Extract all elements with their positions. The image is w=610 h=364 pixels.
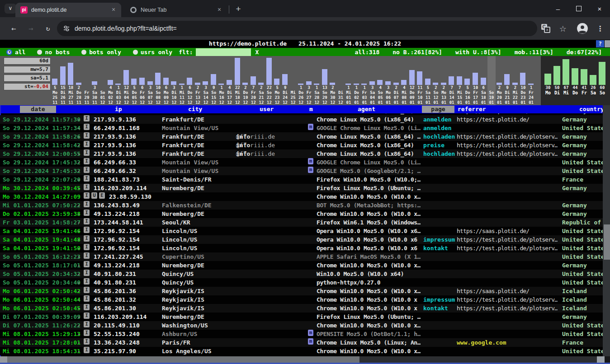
day-column[interactable]: 1Do0201 [353, 56, 361, 105]
icon-i-button[interactable]: I [84, 201, 90, 207]
cell-ip[interactable]: 40.91.80.231 [94, 270, 136, 278]
weekday-column[interactable]: 67Mi [562, 56, 571, 105]
day-column[interactable]: 6Sa1801 [480, 56, 488, 105]
day-column[interactable]: 7Fr2012 [250, 56, 258, 105]
expand-arrow-icon[interactable]: ▸ [78, 270, 80, 278]
clear-filter-button[interactable]: X [255, 49, 259, 56]
icon-i-button[interactable]: I [84, 149, 90, 156]
day-column[interactable]: 10Fr1701 [472, 56, 480, 105]
day-column[interactable]: Fr2911 [83, 56, 91, 105]
day-column[interactable]: 6Fr0612 [138, 56, 147, 105]
icon-i-button[interactable]: I [84, 132, 90, 139]
day-column[interactable]: 2Mo1301 [440, 56, 448, 105]
header-page[interactable]: page [422, 106, 454, 113]
day-column[interactable]: 3Sa1412 [202, 56, 210, 105]
icon-i-button[interactable]: I [84, 227, 90, 233]
profile-avatar[interactable] [577, 23, 588, 34]
day-column[interactable]: 12Mi0412 [123, 56, 131, 105]
expand-arrow-icon[interactable]: ▸ [78, 210, 80, 218]
horizontal-scrollbar-thumb[interactable] [7, 356, 359, 363]
day-column[interactable]: 2Sa2112 [257, 56, 265, 105]
chart-control-box[interactable]: sa=5,1 [4, 75, 51, 82]
icon-i-button[interactable]: I [84, 192, 90, 199]
chart-control-box[interactable]: st=-0,04 [4, 83, 51, 90]
cell-ip[interactable]: 49.13.224.218 [94, 210, 140, 218]
cell-referrer[interactable]: https://saas.plotit.de/ [457, 227, 529, 235]
cell-referrer[interactable]: https://test.plotit.de/plotserv… [457, 235, 558, 244]
cell-ip[interactable]: 172.96.92.154 [94, 244, 140, 252]
cell-page-link[interactable]: hochladen [423, 149, 455, 158]
day-column[interactable]: 4So0501 [376, 56, 384, 105]
cell-page-link[interactable]: preise [423, 141, 444, 149]
day-column[interactable]: 22So2212 [265, 56, 274, 105]
cell-ip[interactable]: 13.36.243.248 [94, 338, 140, 347]
cell-ip[interactable]: 66.249.81.168 [94, 124, 140, 132]
day-column[interactable]: 3Mo0601 [384, 56, 392, 105]
icon-u-button[interactable]: U [91, 192, 97, 199]
day-column[interactable]: 2Di0701 [392, 56, 401, 105]
cell-ip[interactable]: 136.243.83.49 [94, 201, 140, 210]
filter-option-usrs-only[interactable]: usrs only [133, 49, 172, 56]
day-column[interactable]: 3Fr2712 [305, 56, 313, 105]
vertical-scrollbar-thumb[interactable] [604, 224, 610, 260]
day-column[interactable]: 5Do0512 [130, 56, 138, 105]
tab-search-icon[interactable]: ∨ [5, 4, 16, 14]
icon-i-button[interactable]: I [84, 158, 90, 164]
close-tab-icon[interactable]: × [215, 6, 223, 14]
expand-arrow-icon[interactable]: ▸ [78, 304, 80, 313]
help-button[interactable]: ? [596, 40, 604, 47]
day-column[interactable]: 2Do2811 [75, 56, 83, 105]
icon-i-button[interactable]: I [84, 347, 90, 353]
cell-ip[interactable]: 116.203.209.114 [94, 184, 147, 192]
day-column[interactable]: 7Di1401 [448, 56, 456, 105]
weekday-column[interactable]: 26Sa [589, 56, 598, 105]
weekday-column[interactable]: 30Mo [544, 56, 553, 105]
day-column[interactable]: 7Mi1501 [456, 56, 464, 105]
day-column[interactable]: 5Mo2511 [51, 56, 59, 105]
chart-control-box[interactable]: mw=5,7 [4, 66, 51, 73]
day-column[interactable]: Di3112 [337, 56, 345, 105]
expand-arrow-icon[interactable]: ▸ [78, 313, 80, 321]
header-user[interactable]: user [260, 105, 274, 113]
cell-page-link[interactable]: kontakt [423, 304, 448, 313]
cell-ip[interactable]: 35.215.97.90 [94, 347, 136, 355]
expand-arrow-icon[interactable]: ▸ [78, 175, 80, 184]
day-column[interactable]: 22Mi1812 [234, 56, 242, 105]
day-column[interactable]: 1Di0312 [114, 56, 123, 105]
cell-page-link[interactable]: kontakt [423, 244, 448, 252]
scrollbar-top-button[interactable] [605, 40, 610, 47]
day-column[interactable]: 4Mi0801 [400, 56, 408, 105]
icon-i-button[interactable]: I [84, 124, 90, 130]
tab-active[interactable]: pi demo.plotit.de × [15, 3, 121, 17]
cell-referrer[interactable]: https://test.plotit.de/plotserv… [457, 244, 558, 252]
icon-i-button[interactable]: I [84, 115, 90, 121]
expand-arrow-icon[interactable]: ▸ [78, 330, 80, 338]
bookmark-star-icon[interactable]: ☆ [559, 24, 567, 33]
header-city[interactable]: city [188, 105, 202, 113]
expand-arrow-icon[interactable]: ▸ [78, 184, 80, 192]
header-m[interactable]: m [309, 105, 313, 113]
expand-arrow-icon[interactable]: ▸ [78, 287, 80, 295]
day-column[interactable]: 6Do1212 [186, 56, 194, 105]
icon-i-button[interactable]: I [84, 184, 90, 190]
day-column[interactable]: 10Do2301 [519, 56, 527, 105]
cell-referrer[interactable]: https://test.plotit.de/plotserv… [457, 132, 558, 141]
forward-button[interactable]: → [24, 23, 37, 34]
day-column[interactable]: 3Sa0401 [369, 56, 377, 105]
icon-i-button[interactable]: I [84, 235, 90, 242]
day-column[interactable]: 3Di1012 [170, 56, 178, 105]
day-column[interactable]: 9Di2412 [281, 56, 289, 105]
expand-arrow-icon[interactable]: ▸ [78, 252, 80, 261]
expand-arrow-icon[interactable]: ▸ [78, 227, 80, 235]
expand-arrow-icon[interactable]: ▸ [78, 167, 80, 175]
day-column[interactable]: 1Mo1612 [218, 56, 226, 105]
day-column[interactable]: So0112 [99, 56, 107, 105]
back-button[interactable]: ← [7, 23, 20, 34]
day-column[interactable]: 15Di2611 [59, 56, 67, 105]
icon-i-button[interactable]: I [84, 244, 90, 250]
expand-arrow-icon[interactable]: ▸ [78, 115, 80, 124]
icon-i-button[interactable]: I [84, 252, 90, 259]
day-column[interactable]: 11Fr1001 [416, 56, 424, 105]
cell-referrer[interactable]: https://test.plotit.de/plotserv… [457, 304, 558, 313]
expand-arrow-icon[interactable]: ▸ [78, 141, 80, 149]
